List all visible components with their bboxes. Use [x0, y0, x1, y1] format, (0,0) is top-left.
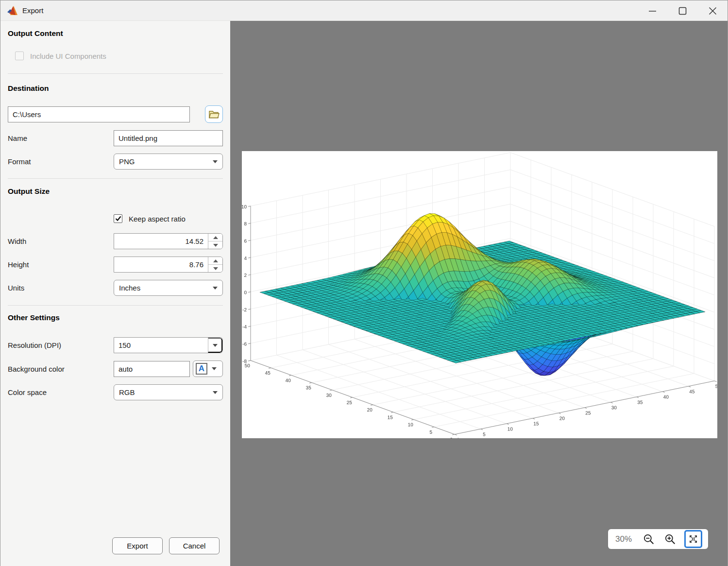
width-label: Width — [8, 237, 114, 245]
close-button[interactable] — [697, 0, 728, 21]
output-size-heading: Output Size — [8, 187, 223, 196]
include-ui-row: Include UI Components — [0, 51, 230, 60]
destination-heading: Destination — [8, 84, 223, 93]
maximize-icon — [678, 7, 687, 15]
units-value: Inches — [119, 284, 213, 292]
background-color-row: Background color A — [0, 360, 230, 377]
preview-area: 30% — [230, 21, 728, 566]
resolution-input[interactable] — [114, 338, 208, 353]
chevron-down-icon — [213, 344, 218, 347]
chevron-down-icon — [212, 367, 217, 370]
export-button[interactable]: Export — [112, 537, 163, 554]
matlab-logo-icon — [7, 6, 18, 16]
chevron-down-icon — [213, 391, 218, 394]
units-dropdown[interactable]: Inches — [114, 280, 223, 296]
export-dialog-window: Export Output Content Include UI Compone… — [0, 0, 728, 566]
name-row: Name — [0, 130, 230, 146]
surface-plot-canvas — [242, 151, 717, 438]
file-name-input[interactable] — [114, 130, 223, 146]
resolution-label: Resolution (DPI) — [8, 341, 114, 349]
zoom-out-icon — [643, 533, 655, 545]
zoom-out-button[interactable] — [642, 532, 656, 547]
browse-folder-button[interactable] — [205, 105, 223, 123]
separator — [8, 305, 223, 306]
zoom-in-button[interactable] — [663, 532, 677, 547]
arrow-up-icon — [213, 236, 218, 239]
units-row: Units Inches — [0, 280, 230, 296]
background-color-input[interactable] — [114, 361, 190, 377]
cancel-button[interactable]: Cancel — [169, 537, 220, 554]
minimize-button[interactable] — [637, 0, 667, 21]
keep-aspect-row: Keep aspect ratio — [0, 214, 230, 223]
checkmark-icon — [115, 216, 121, 222]
width-input[interactable] — [114, 234, 208, 249]
window-title: Export — [22, 6, 43, 15]
color-space-label: Color space — [8, 388, 114, 396]
destination-path-input[interactable] — [8, 106, 190, 122]
maximize-button[interactable] — [667, 0, 697, 21]
arrow-down-icon — [213, 267, 218, 270]
color-space-row: Color space RGB — [0, 384, 230, 400]
include-ui-checkbox — [15, 51, 24, 60]
format-row: Format PNG — [0, 154, 230, 170]
color-letter-icon: A — [196, 363, 207, 375]
width-increment-button[interactable] — [208, 234, 222, 241]
resolution-row: Resolution (DPI) — [0, 337, 230, 353]
height-spinner — [208, 257, 222, 272]
preview-page — [242, 151, 717, 438]
destination-row — [0, 105, 230, 123]
dialog-actions: Export Cancel — [0, 537, 230, 554]
minimize-icon — [648, 7, 657, 15]
height-decrement-button[interactable] — [208, 265, 222, 272]
separator — [8, 178, 223, 179]
window-controls — [637, 0, 728, 21]
folder-icon — [208, 110, 220, 119]
chevron-down-icon — [213, 287, 218, 290]
name-label: Name — [8, 134, 114, 142]
keep-aspect-checkbox[interactable] — [114, 214, 122, 223]
format-label: Format — [8, 157, 114, 166]
zoom-in-icon — [664, 533, 676, 545]
keep-aspect-label: Keep aspect ratio — [129, 215, 186, 223]
format-value: PNG — [119, 157, 213, 166]
zoom-level-label: 30% — [615, 534, 635, 544]
separator — [8, 73, 223, 74]
arrow-down-icon — [213, 244, 218, 247]
color-space-value: RGB — [119, 388, 213, 396]
include-ui-label: Include UI Components — [30, 52, 106, 60]
chevron-down-icon — [213, 160, 218, 163]
other-settings-heading: Other Settings — [8, 313, 223, 322]
units-label: Units — [8, 284, 114, 292]
export-settings-panel: Output Content Include UI Components Des… — [0, 21, 230, 566]
width-decrement-button[interactable] — [208, 241, 222, 249]
output-content-heading: Output Content — [8, 29, 223, 38]
color-space-dropdown[interactable]: RGB — [114, 384, 223, 400]
fit-to-window-button[interactable] — [684, 530, 702, 548]
height-stepper — [114, 257, 223, 273]
background-color-picker-button[interactable]: A — [193, 360, 223, 377]
resolution-dropdown-button[interactable] — [208, 338, 222, 353]
width-row: Width — [0, 233, 230, 249]
zoom-toolbar: 30% — [608, 529, 708, 549]
height-increment-button[interactable] — [208, 257, 222, 265]
resolution-combobox — [114, 337, 223, 353]
background-color-label: Background color — [8, 365, 114, 373]
height-label: Height — [8, 260, 114, 269]
width-stepper — [114, 233, 223, 249]
height-input[interactable] — [114, 257, 208, 272]
width-spinner — [208, 234, 222, 249]
arrow-up-icon — [213, 259, 218, 262]
height-row: Height — [0, 257, 230, 273]
close-icon — [709, 7, 717, 15]
titlebar: Export — [0, 0, 728, 21]
format-dropdown[interactable]: PNG — [114, 154, 223, 170]
fit-to-window-icon — [689, 534, 698, 544]
